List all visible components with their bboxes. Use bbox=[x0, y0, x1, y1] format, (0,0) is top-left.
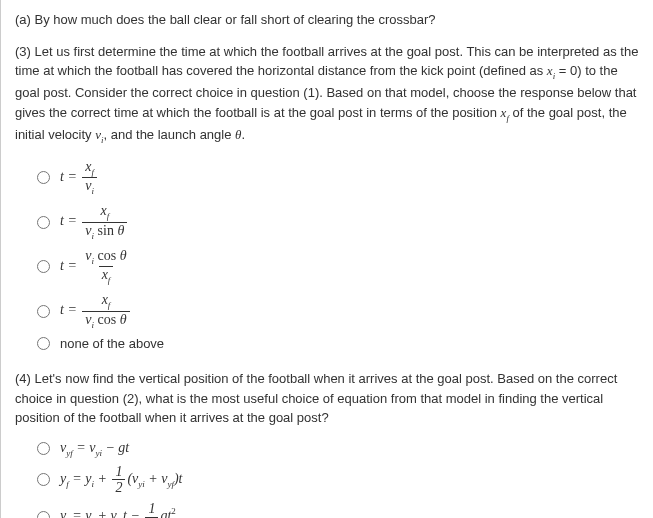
q3-option-5[interactable]: none of the above bbox=[37, 336, 639, 351]
q4-option-3[interactable]: yf = yi + vyit − 12gt2 bbox=[37, 501, 639, 518]
q3-options: t = xf vi t = xf vi sin θ t = bbox=[37, 159, 639, 352]
q3-opt3-math: t = vi cos θ xf bbox=[60, 248, 132, 286]
q4-option-1[interactable]: vyf = vyi − gt bbox=[37, 440, 639, 458]
q3-opt5-text: none of the above bbox=[60, 336, 164, 351]
q3-option-2[interactable]: t = xf vi sin θ bbox=[37, 203, 639, 241]
radio-input[interactable] bbox=[37, 473, 50, 486]
q3-option-3[interactable]: t = vi cos θ xf bbox=[37, 248, 639, 286]
sym-xi: xi bbox=[547, 63, 555, 78]
radio-input[interactable] bbox=[37, 442, 50, 455]
radio-input[interactable] bbox=[37, 260, 50, 273]
q3-opt4-math: t = xf vi cos θ bbox=[60, 292, 132, 330]
sym-vi: vi bbox=[95, 127, 103, 142]
q3-prompt: (3) Let us first determine the time at w… bbox=[15, 42, 639, 147]
q4-opt3-math: yf = yi + vyit − 12gt2 bbox=[60, 501, 176, 518]
part-a-text: (a) By how much does the ball clear or f… bbox=[15, 10, 639, 30]
q3-opt1-math: t = xf vi bbox=[60, 159, 99, 197]
q4-prompt: (4) Let's now find the vertical position… bbox=[15, 369, 639, 428]
sym-xf: xf bbox=[501, 105, 509, 120]
radio-input[interactable] bbox=[37, 511, 50, 518]
radio-input[interactable] bbox=[37, 171, 50, 184]
q4-opt1-math: vyf = vyi − gt bbox=[60, 440, 129, 458]
q4-options: vyf = vyi − gt yf = yi + 12(vyi + vyf)t … bbox=[37, 440, 639, 518]
q4-opt2-math: yf = yi + 12(vyi + vyf)t bbox=[60, 464, 183, 496]
q3-text-5: . bbox=[241, 127, 245, 142]
q3-opt2-math: t = xf vi sin θ bbox=[60, 203, 129, 241]
q3-text-1: (3) Let us first determine the time at w… bbox=[15, 44, 638, 79]
radio-input[interactable] bbox=[37, 337, 50, 350]
question-panel: (a) By how much does the ball clear or f… bbox=[0, 0, 653, 518]
radio-input[interactable] bbox=[37, 216, 50, 229]
q3-option-4[interactable]: t = xf vi cos θ bbox=[37, 292, 639, 330]
q3-option-1[interactable]: t = xf vi bbox=[37, 159, 639, 197]
radio-input[interactable] bbox=[37, 305, 50, 318]
q4-option-2[interactable]: yf = yi + 12(vyi + vyf)t bbox=[37, 464, 639, 496]
q3-text-4: , and the launch angle bbox=[104, 127, 236, 142]
